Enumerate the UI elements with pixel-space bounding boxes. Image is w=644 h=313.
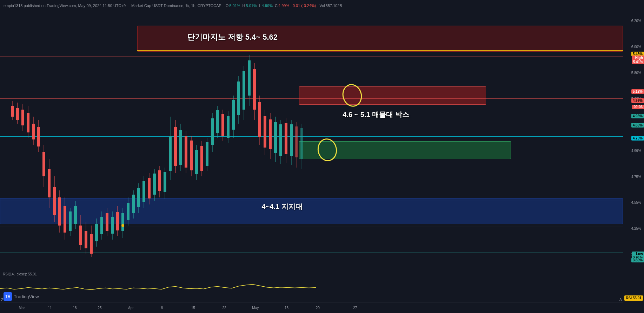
time-axis: Mar 11 18 25 Apr 8 15 22 May 13 20 27 (0, 302, 623, 313)
price-tick-500: 4.75% (631, 175, 643, 179)
chart-container: empia1313 published on TradingView.com, … (0, 0, 644, 313)
svg-rect-76 (206, 142, 208, 166)
svg-rect-14 (42, 152, 45, 176)
price-axis: 6.20% 6.00% 5.80% 5.60% 5.20% 4.99% 4.75… (623, 11, 644, 271)
svg-rect-98 (264, 116, 266, 148)
tv-text: TradingView (14, 294, 39, 299)
svg-rect-66 (179, 130, 182, 165)
corner-a: A (619, 298, 622, 302)
time-label-may: May (252, 306, 259, 310)
svg-rect-46 (127, 203, 130, 220)
corner-z: Z (1, 298, 4, 302)
price-tick-600: 6.00% (631, 45, 643, 49)
svg-rect-58 (158, 170, 161, 191)
svg-rect-2 (11, 106, 14, 117)
svg-rect-26 (74, 206, 77, 224)
time-label-apr: Apr (128, 306, 134, 310)
sell-zone-annotation: 4.6 ~ 5.1 매물대 박스 (343, 110, 409, 119)
time-label-20: 20 (316, 306, 320, 310)
svg-rect-68 (185, 136, 187, 168)
price-tick-460: 4.25% (631, 227, 643, 230)
rsi-indicator-label: RSI(14,_close): 55.01 (3, 272, 37, 276)
svg-rect-72 (195, 150, 198, 174)
svg-rect-42 (116, 212, 119, 230)
svg-rect-96 (258, 102, 261, 137)
time-label-13: 13 (285, 306, 288, 310)
svg-rect-44 (121, 213, 124, 231)
svg-rect-100 (269, 119, 272, 149)
price-tick-620: 6.20% (631, 19, 643, 23)
svg-rect-32 (90, 234, 93, 254)
svg-rect-22 (64, 206, 66, 233)
time-label-25: 25 (98, 306, 101, 310)
tv-icon: TV (4, 292, 12, 301)
svg-rect-90 (243, 71, 245, 110)
svg-rect-52 (142, 181, 145, 202)
rsi-chart (0, 271, 623, 302)
svg-rect-12 (37, 127, 40, 146)
price-badge-493: 4.93% (631, 114, 644, 118)
price-tick-480: 4.55% (631, 201, 643, 204)
svg-rect-16 (48, 169, 51, 197)
svg-rect-6 (21, 110, 24, 125)
svg-rect-74 (200, 146, 203, 171)
time-label-18: 18 (73, 306, 77, 310)
svg-rect-20 (58, 197, 61, 226)
resistance-annotation: 단기마지노 저항 5.4~ 5.62 (187, 32, 278, 43)
svg-rect-60 (164, 172, 166, 192)
svg-rect-48 (132, 195, 135, 213)
high-badge-value: 5.41% (633, 60, 643, 64)
svg-rect-34 (95, 224, 98, 241)
symbol-label: Market Cap USDT Dominance, %, 1h, CRYPTO… (131, 4, 221, 8)
svg-rect-62 (169, 136, 172, 171)
rsi-value-box: RSI 55.01 (623, 271, 644, 302)
chart-area: 단기마지노 저항 5.4~ 5.62 4.6 ~ 5.1 매물대 박스 4~4.… (0, 11, 623, 271)
price-tick-580: 5.80% (631, 71, 643, 75)
time-label-22: 22 (222, 306, 226, 310)
svg-rect-92 (248, 60, 251, 96)
svg-rect-36 (100, 217, 103, 234)
svg-rect-78 (211, 118, 214, 145)
svg-rect-56 (153, 174, 156, 195)
svg-rect-80 (216, 110, 219, 133)
svg-rect-18 (53, 187, 56, 215)
tradingview-logo: TV TradingView (4, 292, 39, 301)
svg-rect-10 (32, 124, 35, 139)
svg-rect-30 (85, 231, 87, 248)
price-badge-380: 3.80% (631, 258, 644, 262)
rsi-panel: RSI(14,_close): 55.01 (0, 271, 623, 302)
svg-rect-54 (148, 178, 151, 198)
time-label-mar: Mar (19, 306, 25, 310)
price-badge-high: High 5.41% (632, 56, 644, 64)
rsi-badge: RSI 55.01 (624, 295, 643, 301)
svg-rect-8 (27, 113, 29, 132)
svg-rect-64 (174, 127, 177, 166)
price-badge-475: 4.75% (631, 136, 644, 141)
svg-rect-70 (190, 141, 193, 170)
author-label: empia1313 published on TradingView.com, … (4, 4, 126, 8)
svg-rect-24 (69, 211, 72, 231)
support-zone-annotation: 4~4.1 지지대 (262, 202, 303, 211)
low-badge-label: Low (636, 252, 643, 256)
svg-rect-40 (111, 217, 114, 234)
svg-rect-50 (137, 188, 140, 207)
time-label-27: 27 (353, 306, 357, 310)
time-label-11: 11 (48, 306, 52, 310)
svg-rect-84 (227, 116, 230, 138)
top-bar: empia1313 published on TradingView.com, … (0, 0, 644, 11)
svg-rect-110 (295, 126, 298, 157)
price-badge-499: 4.99% (631, 98, 644, 103)
svg-rect-82 (221, 114, 224, 136)
svg-rect-102 (274, 122, 277, 153)
price-badge-0906: 09:06 (632, 105, 644, 109)
svg-rect-104 (279, 124, 282, 156)
time-label-8: 8 (161, 306, 163, 310)
svg-rect-106 (285, 123, 287, 154)
svg-rect-0 (0, 11, 623, 271)
svg-rect-86 (232, 100, 235, 130)
svg-rect-88 (237, 81, 240, 115)
price-tick-520: 4.99% (631, 149, 643, 153)
svg-rect-38 (106, 213, 108, 231)
svg-rect-28 (79, 226, 82, 245)
svg-rect-94 (253, 69, 256, 110)
